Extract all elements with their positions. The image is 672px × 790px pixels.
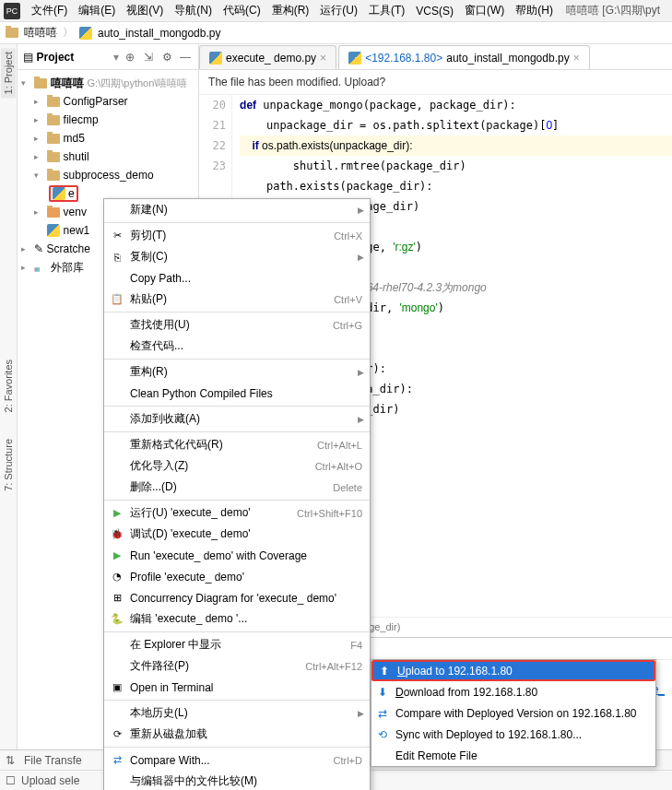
compare-icon: ⇄ [376, 707, 389, 720]
sync-icon: ⟲ [376, 728, 389, 741]
menu-edit[interactable]: 编辑(E) [73, 1, 121, 20]
project-panel-title[interactable]: Project [37, 51, 110, 64]
menu-help[interactable]: 帮助(H) [510, 1, 559, 20]
reload-icon: ⟳ [110, 727, 124, 742]
menu-compare-editor[interactable]: 与编辑器中的文件比较(M) [104, 771, 370, 790]
breadcrumb-folder[interactable]: 嘻嘻嘻 [24, 25, 57, 41]
close-icon[interactable]: × [573, 52, 580, 65]
menu-copy[interactable]: ⎘复制(C)▶ [104, 246, 370, 267]
deployment-submenu: ⬆Upload to 192.168.1.80 ⬇Download from 1… [371, 659, 656, 767]
menu-compare-with[interactable]: ⇄Compare With...Ctrl+D [104, 749, 370, 771]
compare-icon: ⇄ [110, 753, 124, 768]
scissors-icon: ✂ [110, 229, 124, 243]
menu-edit-config[interactable]: 🐍编辑 'execute_ demo '... [104, 608, 370, 630]
menu-inspect[interactable]: 检查代码... [104, 336, 370, 357]
coverage-icon: ▶ [110, 548, 124, 563]
editor-tab-active[interactable]: <192.168.1.80> auto_install_mongodb.py × [338, 45, 590, 69]
status-text: Upload sele [21, 774, 79, 787]
python-file-icon [209, 52, 222, 65]
menu-window[interactable]: 窗口(W) [459, 1, 510, 20]
tree-folder-open[interactable]: ▾subprocess_demo [18, 166, 198, 184]
menu-coverage[interactable]: ▶Run 'execute_ demo' with Coverage [104, 545, 370, 566]
context-menu: 新建(N)▶ ✂剪切(T)Ctrl+X ⎘复制(C)▶ Copy Path...… [103, 198, 371, 790]
submenu-download[interactable]: ⬇Download from 192.168.1.80 [371, 681, 655, 702]
download-icon: ⬇ [376, 686, 389, 699]
terminal-icon: ▣ [110, 680, 124, 695]
menu-add-fav[interactable]: 添加到收藏(A)▶ [104, 408, 370, 430]
menu-bar: PC 文件(F) 编辑(E) 视图(V) 导航(N) 代码(C) 重构(R) 运… [0, 0, 672, 22]
arrows-icon: ⇅ [6, 754, 15, 767]
menu-reload-disk[interactable]: ⟳重新从磁盘加载 [104, 724, 370, 745]
python-icon: 🐍 [110, 612, 124, 627]
menu-cut[interactable]: ✂剪切(T)Ctrl+X [104, 225, 370, 246]
menu-local-history[interactable]: 本地历史(L)▶ [104, 702, 370, 724]
side-tab-project[interactable]: 1: Project [1, 48, 16, 98]
app-icon: PC [4, 3, 20, 19]
menu-clean-pyc[interactable]: Clean Python Compiled Files [104, 383, 370, 404]
tree-folder[interactable]: ▸shutil [18, 147, 198, 166]
menu-code[interactable]: 代码(C) [218, 1, 266, 20]
menu-delete[interactable]: 删除...(D)Delete [104, 477, 370, 498]
tool-window-tabs: 1: Project 2: Favorites 7: Structure [0, 44, 18, 790]
submenu-compare[interactable]: ⇄Compare with Deployed Version on 192.16… [371, 702, 655, 724]
menu-view[interactable]: 视图(V) [121, 1, 169, 20]
run-icon: ▶ [110, 506, 124, 521]
editor-tab[interactable]: execute_ demo.py× [199, 45, 336, 69]
folder-icon [6, 28, 18, 38]
hide-icon[interactable]: — [178, 50, 193, 65]
close-icon[interactable]: × [320, 52, 326, 65]
menu-optimize[interactable]: 优化导入(Z)Ctrl+Alt+O [104, 455, 370, 477]
menu-paste[interactable]: 📋粘贴(P)Ctrl+V [104, 289, 370, 310]
menu-refactor[interactable]: 重构(R)▶ [104, 361, 370, 383]
editor-tabs: execute_ demo.py× <192.168.1.80> auto_in… [199, 44, 672, 70]
menu-run[interactable]: ▶运行(U) 'execute_ demo'Ctrl+Shift+F10 [104, 502, 370, 524]
project-panel-header: ▤ Project ▾ ⊕ ⇲ ⚙ — [18, 44, 198, 70]
tree-folder[interactable]: ▸filecmp [18, 111, 198, 129]
gear-icon[interactable]: ⚙ [159, 50, 174, 65]
expand-icon[interactable]: ⇲ [141, 50, 156, 65]
profile-icon: ◔ [110, 570, 124, 584]
submenu-sync[interactable]: ⟲Sync with Deployed to 192.168.1.80... [371, 724, 655, 745]
side-tab-structure[interactable]: 7: Structure [1, 435, 16, 495]
menu-file-path[interactable]: 文件路径(P)Ctrl+Alt+F12 [104, 655, 370, 677]
menu-nav[interactable]: 导航(N) [169, 1, 218, 20]
python-file-icon [348, 52, 361, 65]
menu-refactor[interactable]: 重构(R) [266, 1, 315, 20]
menu-tools[interactable]: 工具(T) [363, 1, 410, 20]
debug-icon: 🐞 [110, 527, 124, 542]
upload-icon: ⬆ [378, 665, 391, 678]
menu-concurrency[interactable]: ⊞Concurrency Diagram for 'execute_ demo' [104, 587, 370, 608]
menu-vcs[interactable]: VCS(S) [410, 3, 459, 19]
chevron-icon: 〉 [63, 25, 74, 41]
upload-banner[interactable]: The file has been modified. Upload? [199, 70, 672, 95]
menu-find-usage[interactable]: 查找使用(U)Ctrl+G [104, 314, 370, 336]
menu-open-terminal[interactable]: ▣Open in Terminal [104, 677, 370, 698]
breadcrumb-file[interactable]: auto_install_mongodb.py [98, 27, 220, 40]
menu-debug[interactable]: 🐞调试(D) 'execute_ demo' [104, 524, 370, 545]
locate-icon[interactable]: ⊕ [123, 50, 137, 65]
menu-reformat[interactable]: 重新格式化代码(R)Ctrl+Alt+L [104, 434, 370, 455]
submenu-upload[interactable]: ⬆Upload to 192.168.1.80 [371, 660, 655, 681]
tool-tab-file-transfer[interactable]: File Transfe [24, 754, 82, 767]
side-tab-favorites[interactable]: 2: Favorites [1, 356, 16, 416]
tree-folder[interactable]: ▸md5 [18, 129, 198, 147]
menu-profile[interactable]: ◔Profile 'execute_ demo' [104, 566, 370, 587]
menu-run[interactable]: 运行(U) [314, 1, 363, 20]
project-view-icon: ▤ [23, 51, 33, 64]
menu-copy-path[interactable]: Copy Path... [104, 267, 370, 289]
python-file-icon [79, 27, 92, 40]
clipboard-icon: 📋 [110, 292, 124, 307]
menu-new[interactable]: 新建(N)▶ [104, 199, 370, 220]
menu-file[interactable]: 文件(F) [26, 1, 73, 20]
tree-root[interactable]: ▾ 嘻嘻嘻 G:\四期\python\嘻嘻嘻 [18, 74, 198, 92]
tree-folder[interactable]: ▸ConfigParser [18, 92, 198, 111]
menu-show-explorer[interactable]: 在 Explorer 中显示F4 [104, 634, 370, 655]
diagram-icon: ⊞ [110, 591, 124, 606]
breadcrumb: 嘻嘻嘻 〉 auto_install_mongodb.py [0, 22, 672, 44]
window-title: 嘻嘻嘻 [G:\四期\pyt [566, 3, 660, 18]
submenu-edit-remote[interactable]: Edit Remote File [371, 745, 655, 766]
copy-icon: ⎘ [110, 250, 124, 265]
